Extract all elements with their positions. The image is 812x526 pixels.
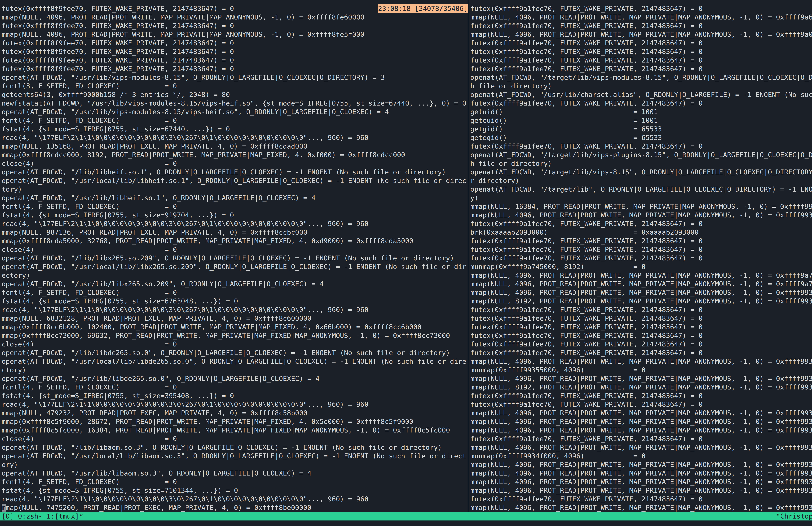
last-line-text: map(NULL, 7475200, PROT_READ|PROT_EXEC, … [6, 503, 311, 512]
tmux-pane-left[interactable]: futex(0xffff8f9fee70, FUTEX_WAKE_PRIVATE… [0, 0, 468, 512]
strace-output-left-last-line: mmap(NULL, 7475200, PROT_READ|PROT_EXEC,… [0, 503, 468, 512]
pane-divider[interactable] [468, 0, 468, 512]
terminal-screen: futex(0xffff8f9fee70, FUTEX_WAKE_PRIVATE… [0, 0, 812, 526]
tmux-status-bar: [0] 0:zsh- 1:[tmux]* "Christophers-Mac-S… [0, 512, 812, 521]
timestamp-badge-left: 23:08:18 [34078/35406] [378, 4, 468, 13]
tmux-pane-right[interactable]: futex(0xffff9a1fee70, FUTEX_WAKE_PRIVATE… [469, 0, 812, 512]
tmux-window-list[interactable]: [0] 0:zsh- 1:[tmux]* [0, 512, 83, 521]
strace-output-left: futex(0xffff8f9fee70, FUTEX_WAKE_PRIVATE… [0, 0, 468, 503]
tmux-hostname-clock: "Christophers-Mac-Stud" 23:11 15-Mar-25 [776, 512, 812, 521]
strace-output-right: futex(0xffff9a1fee70, FUTEX_WAKE_PRIVATE… [469, 0, 812, 512]
terminal-cursor: m [2, 503, 6, 512]
